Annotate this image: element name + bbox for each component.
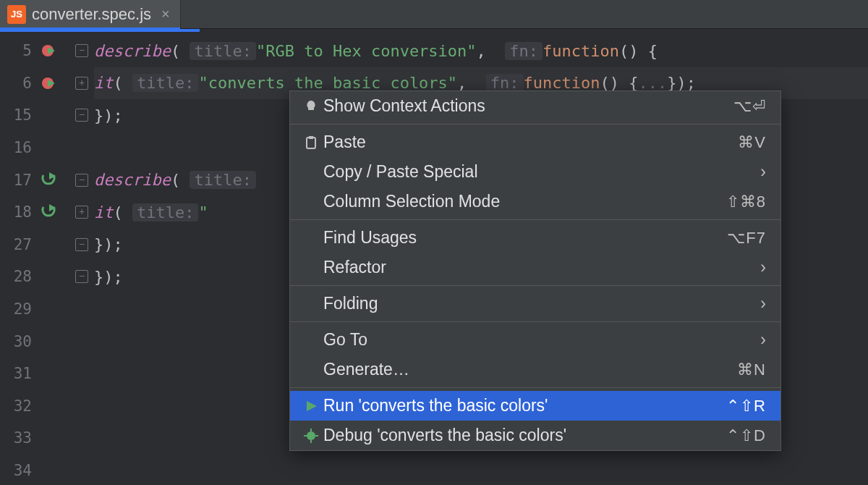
line-number: 33 <box>0 429 32 447</box>
tab-filename: converter.spec.js <box>32 5 151 24</box>
editor-tab[interactable]: JS converter.spec.js × <box>0 0 181 28</box>
line-number: 18 <box>0 203 32 221</box>
chevron-right-icon: › <box>760 162 766 182</box>
menu-separator <box>290 387 780 388</box>
gutter-row: 17 − <box>0 164 94 196</box>
svg-point-9 <box>307 431 315 440</box>
line-number: 32 <box>0 397 32 415</box>
menu-item-label: Go To <box>323 330 760 350</box>
menu-item-label: Column Selection Mode <box>323 192 726 211</box>
context-menu: Show Context Actions⌥⏎Paste⌘VCopy / Past… <box>289 90 781 451</box>
paste-icon <box>299 135 323 150</box>
debug-icon <box>299 429 323 443</box>
menu-item-label: Show Context Actions <box>323 96 733 116</box>
gutter-row: 5 − <box>0 35 94 67</box>
menu-item[interactable]: Go To› <box>290 325 780 355</box>
fold-toggle-icon[interactable]: − <box>75 174 88 187</box>
menu-item[interactable]: Find Usages⌥F7 <box>290 223 780 253</box>
editor-tabbar: JS converter.spec.js × <box>0 0 868 29</box>
run-test-icon[interactable] <box>39 73 59 93</box>
menu-item-label: Folding <box>323 294 760 313</box>
menu-item[interactable]: Folding› <box>290 289 780 319</box>
line-number: 6 <box>0 75 32 92</box>
line-number: 5 <box>0 42 32 59</box>
bulb-icon <box>299 99 323 114</box>
gutter-row: 6 + <box>0 67 94 100</box>
fold-toggle-icon[interactable]: + <box>75 77 88 90</box>
menu-item-label: Copy / Paste Special <box>323 162 760 182</box>
chevron-right-icon: › <box>760 258 766 277</box>
menu-item[interactable]: Paste⌘V <box>290 127 780 157</box>
menu-shortcut: ⌘N <box>737 360 766 379</box>
run-test-icon[interactable] <box>39 41 59 61</box>
fold-toggle-icon[interactable]: − <box>75 238 88 251</box>
menu-item-label: Find Usages <box>323 228 727 248</box>
menu-shortcut: ⌘V <box>738 133 766 152</box>
menu-item-label: Generate… <box>323 360 737 379</box>
menu-shortcut: ⌃⇧R <box>726 397 766 416</box>
menu-shortcut: ⇧⌘8 <box>726 193 766 211</box>
menu-item[interactable]: Refactor› <box>290 253 780 282</box>
line-number: 30 <box>0 333 32 350</box>
line-number: 27 <box>0 236 32 253</box>
close-icon[interactable]: × <box>161 6 170 22</box>
menu-item[interactable]: Column Selection Mode⇧⌘8 <box>290 187 780 216</box>
svg-marker-8 <box>307 401 317 411</box>
menu-shortcut: ⌥⏎ <box>733 97 766 116</box>
line-number: 34 <box>0 462 32 479</box>
menu-item[interactable]: Copy / Paste Special› <box>290 157 780 187</box>
menu-item[interactable]: Show Context Actions⌥⏎ <box>290 91 780 121</box>
menu-separator <box>290 124 780 125</box>
gutter: 5 − 6 + 15 − 16 17 − <box>0 29 94 485</box>
line-number: 16 <box>0 139 32 156</box>
menu-item[interactable]: Run 'converts the basic colors'⌃⇧R <box>290 391 780 421</box>
menu-item-label: Paste <box>323 132 738 152</box>
menu-shortcut: ⌥F7 <box>727 229 766 248</box>
menu-item-label: Refactor <box>323 258 760 277</box>
fold-toggle-icon[interactable]: − <box>75 44 88 57</box>
chevron-right-icon: › <box>760 330 766 350</box>
line-number: 31 <box>0 365 32 382</box>
chevron-right-icon: › <box>760 294 766 313</box>
fold-toggle-icon[interactable]: + <box>75 206 88 219</box>
fold-toggle-icon[interactable]: − <box>75 109 88 122</box>
gutter-row: 15 − <box>0 99 94 132</box>
js-file-icon: JS <box>7 5 26 24</box>
menu-item[interactable]: Generate…⌘N <box>290 355 780 384</box>
line-number: 28 <box>0 268 32 285</box>
line-number: 17 <box>0 172 32 189</box>
code-line: describe( title: "RGB to Hex conversion"… <box>94 35 868 67</box>
menu-separator <box>290 285 780 286</box>
gutter-row: 18 + <box>0 196 94 229</box>
menu-separator <box>290 219 780 220</box>
menu-shortcut: ⌃⇧D <box>726 426 766 445</box>
run-test-icon[interactable] <box>39 170 59 190</box>
menu-item-label: Debug 'converts the basic colors' <box>323 426 726 445</box>
menu-item[interactable]: Debug 'converts the basic colors'⌃⇧D <box>290 421 780 450</box>
fold-toggle-icon[interactable]: − <box>75 270 88 283</box>
svg-rect-6 <box>307 138 315 148</box>
menu-separator <box>290 321 780 322</box>
run-icon <box>299 399 323 413</box>
svg-rect-7 <box>309 136 313 139</box>
run-test-icon[interactable] <box>39 202 59 222</box>
line-number: 29 <box>0 300 32 318</box>
menu-item-label: Run 'converts the basic colors' <box>323 396 726 416</box>
line-number: 15 <box>0 106 32 124</box>
